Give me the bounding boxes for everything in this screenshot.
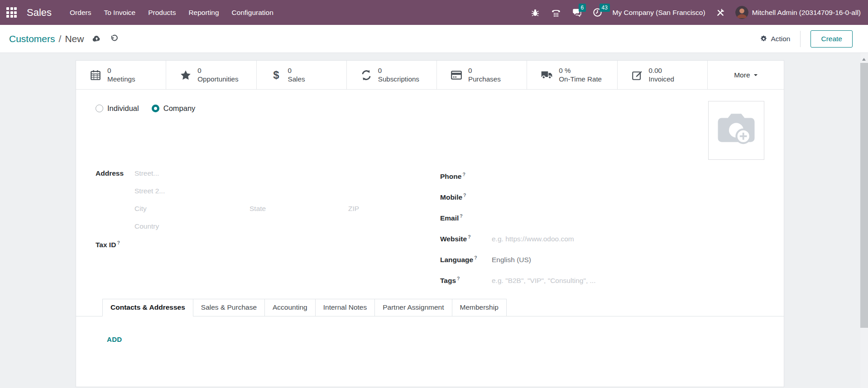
scrollbar-thumb[interactable]	[860, 63, 868, 328]
sales-stat-button[interactable]: $ 0 Sales	[257, 61, 347, 89]
messages-count-badge: 6	[579, 4, 586, 12]
language-label: Language?	[440, 255, 492, 264]
stat-value: 0	[288, 67, 305, 75]
phone-label: Phone?	[440, 172, 492, 181]
tax-id-label: Tax ID?	[96, 240, 134, 249]
gear-icon	[760, 35, 767, 43]
meetings-stat-button[interactable]: 0 Meetings	[76, 61, 166, 89]
tab-contacts-addresses[interactable]: Contacts & Addresses	[102, 299, 193, 316]
menu-orders[interactable]: Orders	[63, 0, 97, 25]
subscriptions-stat-button[interactable]: 0 Subscriptions	[347, 61, 437, 89]
address-label: Address	[96, 169, 134, 177]
purchases-stat-button[interactable]: 0 Purchases	[437, 61, 527, 89]
tools-icon[interactable]	[715, 7, 726, 19]
radio-circle-unchecked[interactable]	[96, 105, 103, 112]
help-marker: ?	[457, 276, 460, 281]
website-input[interactable]: e.g. https://www.odoo.com	[492, 235, 574, 243]
activities-count-badge: 43	[599, 4, 610, 12]
truck-icon	[541, 69, 553, 81]
more-stats-button[interactable]: More	[708, 61, 784, 89]
stat-value: 0	[107, 67, 135, 75]
action-menu-button[interactable]: Action	[760, 35, 790, 43]
add-contact-button[interactable]: ADD	[107, 335, 122, 343]
on-time-rate-stat-button[interactable]: 0 % On-Time Rate	[527, 61, 617, 89]
contact-group: Phone? Mobile? Email? Website? e.g. http…	[440, 172, 762, 297]
user-avatar	[735, 6, 748, 19]
help-marker: ?	[462, 172, 465, 177]
activities-clock-icon[interactable]: 43	[592, 7, 604, 19]
control-panel: Customers / New Action Create	[0, 25, 868, 53]
create-button[interactable]: Create	[810, 30, 853, 48]
breadcrumb-current: New	[65, 34, 84, 44]
country-input[interactable]: Country	[134, 222, 159, 230]
edit-icon	[631, 69, 643, 81]
messages-icon[interactable]: 6	[571, 7, 583, 19]
mobile-label: Mobile?	[440, 192, 492, 201]
calendar-icon	[90, 69, 101, 81]
street-input[interactable]: Street...	[134, 169, 159, 177]
credit-card-icon	[451, 69, 462, 81]
svg-text:$: $	[273, 69, 279, 81]
tab-accounting[interactable]: Accounting	[264, 299, 316, 316]
help-marker: ?	[117, 240, 120, 245]
language-select[interactable]: English (US)	[492, 256, 531, 264]
radio-company-label: Company	[163, 104, 196, 113]
city-input[interactable]: City	[134, 205, 249, 213]
tags-label: Tags?	[440, 276, 492, 285]
tab-membership[interactable]: Membership	[452, 299, 507, 316]
stat-value: 0	[378, 67, 419, 75]
company-switcher[interactable]: My Company (San Francisco)	[613, 9, 705, 17]
tab-internal-notes[interactable]: Internal Notes	[315, 299, 375, 316]
app-menus: Orders To Invoice Products Reporting Con…	[63, 0, 280, 25]
app-name[interactable]: Sales	[27, 7, 52, 19]
user-name: Mitchell Admin (20314709-16-0-all)	[752, 9, 861, 17]
more-label: More	[734, 71, 750, 79]
vertical-scrollbar[interactable]	[860, 53, 868, 388]
refresh-icon	[360, 69, 372, 81]
menu-configuration[interactable]: Configuration	[225, 0, 280, 25]
address-group: Address Street... Street 2... City State…	[96, 169, 422, 258]
user-menu[interactable]: Mitchell Admin (20314709-16-0-all)	[735, 6, 861, 19]
radio-circle-checked[interactable]	[152, 105, 159, 112]
stat-button-row: 0 Meetings 0 Opportunities $	[76, 61, 784, 90]
tags-input[interactable]: e.g. "B2B", "VIP", "Consulting", ...	[492, 277, 595, 285]
breadcrumb-customers-link[interactable]: Customers	[9, 34, 55, 44]
invoiced-stat-button[interactable]: 0.00 Invoiced	[618, 61, 708, 89]
apps-grid-icon[interactable]	[6, 7, 17, 18]
tab-sales-purchase[interactable]: Sales & Purchase	[193, 299, 265, 316]
debug-bug-icon[interactable]	[529, 7, 541, 19]
notebook-tabs: Contacts & Addresses Sales & Purchase Ac…	[76, 298, 784, 316]
scrollbar-up-arrow[interactable]	[862, 56, 866, 61]
stat-label: Invoiced	[649, 75, 675, 84]
menu-products[interactable]: Products	[142, 0, 182, 25]
top-navbar: Sales Orders To Invoice Products Reporti…	[0, 0, 868, 25]
stat-label: Opportunities	[197, 75, 238, 84]
radio-company[interactable]: Company	[152, 104, 196, 113]
discard-undo-icon[interactable]	[110, 34, 119, 43]
stat-label: Meetings	[107, 75, 135, 84]
opportunities-stat-button[interactable]: 0 Opportunities	[166, 61, 256, 89]
help-marker: ?	[463, 192, 466, 198]
stat-label: Purchases	[468, 75, 501, 84]
tab-partner-assignment[interactable]: Partner Assignment	[374, 299, 452, 316]
state-input[interactable]: State	[249, 205, 348, 213]
menu-to-invoice[interactable]: To Invoice	[97, 0, 142, 25]
website-label: Website?	[440, 234, 492, 243]
save-cloud-icon[interactable]	[92, 34, 101, 43]
radio-individual-label: Individual	[107, 104, 139, 113]
stat-label: On-Time Rate	[559, 75, 602, 84]
divider	[800, 31, 801, 47]
breadcrumb: Customers / New	[9, 34, 84, 44]
partner-image-upload[interactable]	[708, 101, 764, 160]
radio-individual[interactable]: Individual	[96, 104, 139, 113]
dollar-icon: $	[270, 69, 282, 81]
softphone-icon[interactable]	[550, 7, 562, 19]
stat-value: 0 %	[559, 67, 602, 75]
menu-reporting[interactable]: Reporting	[182, 0, 225, 25]
breadcrumb-separator: /	[59, 34, 62, 44]
help-marker: ?	[474, 255, 477, 260]
help-marker: ?	[460, 213, 462, 219]
street2-input[interactable]: Street 2...	[134, 187, 165, 195]
star-icon	[180, 69, 192, 81]
zip-input[interactable]: ZIP	[348, 205, 359, 213]
